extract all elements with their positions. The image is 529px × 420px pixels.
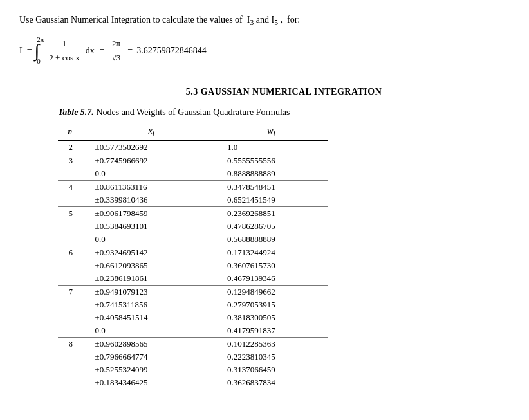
integral-container: I = ∫ 2π 0 1 2 + cos x dx = 2π √3 = 3.62… [19,34,510,67]
cell-wi: 0.4179591837 [221,324,328,338]
cell-n: 3 [58,154,89,168]
cell-wi: 0.1012285363 [221,338,328,351]
table-row: ±0.40584515140.3818300505 [58,311,328,324]
cell-wi: 0.6521451549 [221,194,328,207]
cell-xi: ±0.9061798459 [89,207,221,221]
section-heading: 5.3 GAUSSIAN NUMERICAL INTEGRATION [58,87,510,97]
result-denominator: √3 [111,51,122,65]
cell-xi: ±0.5384693101 [89,220,221,233]
cell-xi: 0.0 [89,233,221,246]
cell-n: 2 [58,140,89,154]
cell-n [58,351,89,363]
cell-wi: 0.2797053915 [221,298,328,311]
cell-wi: 0.4786286705 [221,220,328,233]
cell-wi: 0.8888888889 [221,167,328,181]
cell-xi: ±0.5773502692 [89,140,221,154]
intro-section: Use Gaussian Numerical Integration to ca… [19,13,510,68]
table-row: 2±0.57735026921.0 [58,140,328,154]
table-row: 3±0.77459666920.5555555556 [58,154,328,168]
cell-xi: ±0.7966664774 [89,351,221,363]
dx-label: dx [86,44,95,58]
cell-xi: ±0.1834346425 [89,376,221,389]
integral-sign: ∫ [35,37,40,66]
table-row: 6±0.93246951420.1713244924 [58,246,328,260]
cell-wi: 0.3607615730 [221,259,328,272]
cell-xi: ±0.2386191861 [89,272,221,286]
cell-wi: 0.4679139346 [221,272,328,286]
table-title-text: Nodes and Weights of Gaussian Quadrature… [94,107,290,117]
intro-text: Use Gaussian Numerical Integration to ca… [19,13,510,29]
cell-xi: ±0.5255324099 [89,363,221,376]
cell-n: 4 [58,181,89,194]
result-value: 3.62759872846844 [136,44,207,58]
cell-n: 8 [58,338,89,351]
cell-n: 7 [58,286,89,299]
cell-xi: ±0.6612093865 [89,259,221,272]
and-text: and [256,15,269,24]
fraction-numerator: 1 [61,37,68,51]
cell-n [58,272,89,286]
col-header-xi: xi [89,124,221,141]
cell-wi: 0.5688888889 [221,233,328,246]
table-row: ±0.66120938650.3607615730 [58,259,328,272]
cell-wi: 1.0 [221,140,328,154]
equals-sign: = [100,44,105,58]
cell-wi: 0.3137066459 [221,363,328,376]
cell-n [58,324,89,338]
table-row: ±0.53846931010.4786286705 [58,220,328,233]
table-row: ±0.18343464250.3626837834 [58,376,328,389]
table-row: ±0.52553240990.3137066459 [58,363,328,376]
cell-n [58,363,89,376]
cell-n [58,233,89,246]
cell-n: 5 [58,207,89,221]
table-row: 4±0.86113631160.3478548451 [58,181,328,194]
approx-equals: = [127,44,133,58]
table-row: 0.00.8888888889 [58,167,328,181]
col-header-wi: wi [221,124,328,141]
cell-wi: 0.3478548451 [221,181,328,194]
table-header-row: n xi wi [58,124,328,141]
integrand-fraction: 1 2 + cos x [48,37,80,65]
cell-n: 6 [58,246,89,260]
table-row: ±0.79666647740.2223810345 [58,351,328,363]
i-equals-label: I = [19,44,32,58]
cell-wi: 0.5555555556 [221,154,328,168]
table-row: ±0.33998104360.6521451549 [58,194,328,207]
table-title-prefix: Table 5.7. [58,107,94,117]
table-row: 7±0.94910791230.1294849662 [58,286,328,299]
cell-xi: ±0.9602898565 [89,338,221,351]
cell-n [58,220,89,233]
cell-wi: 0.3626837834 [221,376,328,389]
cell-xi: ±0.8611363116 [89,181,221,194]
cell-xi: ±0.9491079123 [89,286,221,299]
result-fraction: 2π √3 [111,37,122,65]
cell-n [58,167,89,181]
cell-xi: ±0.4058451514 [89,311,221,324]
col-header-n: n [58,124,89,141]
table-row: 5±0.90617984590.2369268851 [58,207,328,221]
table-row: ±0.23861918610.4679139346 [58,272,328,286]
cell-n [58,194,89,207]
cell-wi: 0.2369268851 [221,207,328,221]
cell-wi: 0.2223810345 [221,351,328,363]
cell-xi: 0.0 [89,167,221,181]
cell-xi: ±0.7745966692 [89,154,221,168]
table-row: 8±0.96028985650.1012285363 [58,338,328,351]
cell-n [58,311,89,324]
cell-wi: 0.3818300505 [221,311,328,324]
cell-n [58,259,89,272]
table-row: 0.00.4179591837 [58,324,328,338]
table-row: ±0.74153118560.2797053915 [58,298,328,311]
cell-xi: ±0.3399810436 [89,194,221,207]
cell-xi: ±0.7415311856 [89,298,221,311]
gauss-table: n xi wi 2±0.57735026921.03±0.77459666920… [58,124,328,390]
result-numerator: 2π [111,37,122,51]
table-row: 0.00.5688888889 [58,233,328,246]
for-text: for: [287,15,300,24]
cell-wi: 0.1713244924 [221,246,328,260]
cell-n [58,376,89,389]
cell-n [58,298,89,311]
table-title: Table 5.7. Nodes and Weights of Gaussian… [58,107,510,118]
cell-xi: 0.0 [89,324,221,338]
cell-xi: ±0.9324695142 [89,246,221,260]
